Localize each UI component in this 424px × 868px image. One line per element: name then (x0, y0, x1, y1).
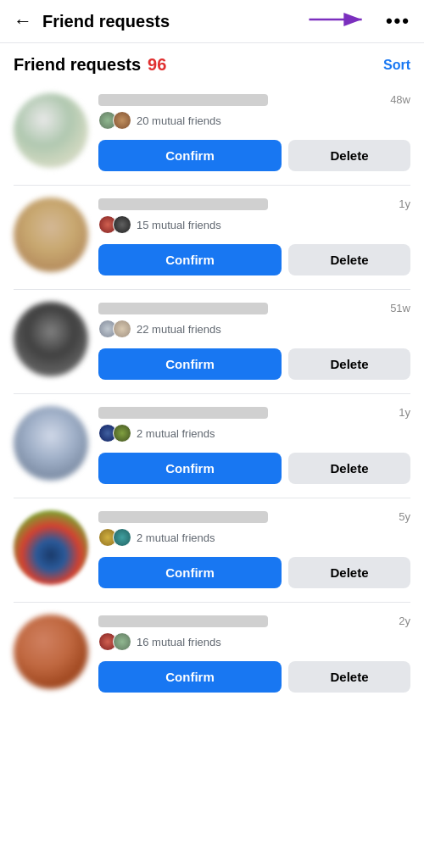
avatar (14, 93, 88, 168)
request-name-row: 1y (98, 198, 410, 210)
request-name-row: 1y (98, 406, 410, 419)
request-name-blur (98, 303, 268, 314)
request-name-row: 48w (98, 93, 410, 106)
mutual-row: 2 mutual friends (98, 424, 410, 442)
more-options-button[interactable]: ••• (386, 10, 410, 32)
request-item: 2y 16 mutual friends Confirm Delete (14, 603, 410, 706)
subheader: Friend requests 96 Sort (0, 43, 424, 81)
avatar (14, 615, 88, 689)
mutual-row: 16 mutual friends (98, 632, 410, 651)
action-buttons: Confirm Delete (98, 557, 410, 588)
purple-arrow-icon (305, 7, 373, 32)
request-name-blur (98, 198, 268, 210)
confirm-button[interactable]: Confirm (98, 244, 282, 275)
request-name-blur (98, 94, 268, 106)
request-name-row: 2y (98, 615, 410, 627)
requests-list: 48w 20 mutual friends Confirm Delete 1y (0, 81, 424, 706)
mutual-row: 15 mutual friends (98, 215, 410, 234)
request-time: 51w (390, 302, 410, 314)
request-count-badge: 96 (148, 55, 166, 75)
header: ← Friend requests ••• (0, 0, 424, 43)
delete-button[interactable]: Delete (288, 348, 410, 380)
request-name-row: 51w (98, 302, 410, 314)
mutual-avatars (98, 320, 131, 338)
mutual-row: 2 mutual friends (98, 528, 410, 547)
avatar (14, 198, 88, 272)
confirm-button[interactable]: Confirm (98, 140, 282, 171)
request-name-row: 5y (98, 510, 410, 523)
confirm-button[interactable]: Confirm (98, 453, 282, 484)
confirm-button[interactable]: Confirm (98, 661, 282, 693)
mutual-friends-text: 22 mutual friends (137, 323, 221, 336)
avatar (14, 510, 88, 585)
subheader-title: Friend requests (14, 55, 141, 75)
action-buttons: Confirm Delete (98, 140, 410, 171)
mutual-friends-text: 15 mutual friends (137, 219, 221, 231)
action-buttons: Confirm Delete (98, 453, 410, 484)
mutual-mini-avatar (113, 632, 131, 651)
action-buttons: Confirm Delete (98, 661, 410, 693)
request-time: 48w (390, 93, 410, 106)
request-item: 1y 2 mutual friends Confirm Delete (14, 394, 410, 498)
delete-button[interactable]: Delete (288, 140, 410, 171)
mutual-avatars (98, 424, 131, 442)
back-button[interactable]: ← (14, 10, 32, 32)
mutual-friends-text: 2 mutual friends (137, 427, 215, 440)
delete-button[interactable]: Delete (288, 244, 410, 275)
mutual-friends-text: 2 mutual friends (137, 531, 215, 544)
request-name-blur (98, 511, 268, 523)
mutual-mini-avatar (113, 424, 131, 442)
action-buttons: Confirm Delete (98, 348, 410, 380)
request-item: 51w 22 mutual friends Confirm Delete (14, 290, 410, 394)
request-name-blur (98, 407, 268, 419)
mutual-avatars (98, 215, 131, 234)
request-item: 5y 2 mutual friends Confirm Delete (14, 498, 410, 603)
mutual-mini-avatar (113, 215, 131, 234)
request-item: 1y 15 mutual friends Confirm Delete (14, 186, 410, 290)
mutual-row: 20 mutual friends (98, 111, 410, 130)
confirm-button[interactable]: Confirm (98, 557, 282, 588)
request-info: 2y 16 mutual friends Confirm Delete (98, 615, 410, 693)
delete-button[interactable]: Delete (288, 557, 410, 588)
avatar (14, 302, 88, 376)
request-name-blur (98, 615, 268, 627)
delete-button[interactable]: Delete (288, 661, 410, 693)
confirm-button[interactable]: Confirm (98, 348, 282, 380)
mutual-avatars (98, 528, 131, 547)
request-info: 5y 2 mutual friends Confirm Delete (98, 510, 410, 588)
request-info: 48w 20 mutual friends Confirm Delete (98, 93, 410, 171)
mutual-mini-avatar (113, 320, 131, 338)
request-time: 5y (399, 510, 410, 523)
avatar (14, 406, 88, 481)
sort-button[interactable]: Sort (383, 58, 410, 73)
mutual-avatars (98, 111, 131, 130)
request-time: 1y (399, 198, 410, 210)
mutual-mini-avatar (113, 111, 131, 130)
request-info: 1y 2 mutual friends Confirm Delete (98, 406, 410, 484)
mutual-avatars (98, 632, 131, 651)
request-time: 2y (399, 615, 410, 627)
subheader-left: Friend requests 96 (14, 55, 166, 75)
request-time: 1y (399, 406, 410, 419)
action-buttons: Confirm Delete (98, 244, 410, 275)
request-info: 51w 22 mutual friends Confirm Delete (98, 302, 410, 380)
delete-button[interactable]: Delete (288, 453, 410, 484)
mutual-friends-text: 20 mutual friends (137, 114, 221, 127)
arrow-annotation (305, 7, 373, 32)
mutual-friends-text: 16 mutual friends (137, 636, 221, 648)
request-item: 48w 20 mutual friends Confirm Delete (14, 81, 410, 186)
request-info: 1y 15 mutual friends Confirm Delete (98, 198, 410, 275)
mutual-row: 22 mutual friends (98, 320, 410, 338)
mutual-mini-avatar (113, 528, 131, 547)
